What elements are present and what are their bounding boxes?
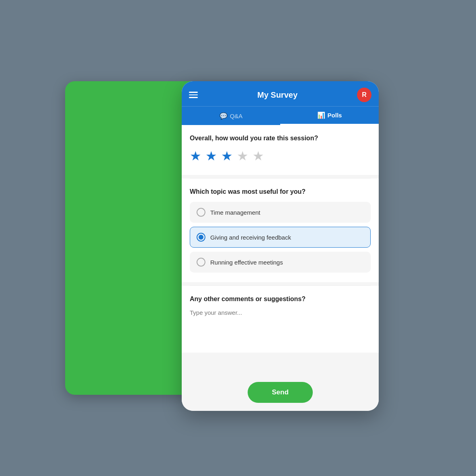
radio-circle-meetings xyxy=(197,258,205,267)
option-meetings-label: Running effective meetings xyxy=(210,259,283,266)
poll-section-comments: Any other comments or suggestions? xyxy=(182,286,379,353)
polls-icon: 📊 xyxy=(317,111,325,119)
app-header: My Survey R 💬 Q&A 📊 Polls xyxy=(182,81,379,125)
star-2[interactable]: ★ xyxy=(205,148,217,164)
radio-dot-feedback xyxy=(199,235,203,240)
app-body: Overall, how would you rate this session… xyxy=(182,125,379,374)
rating-question: Overall, how would you rate this session… xyxy=(190,135,371,142)
hamburger-icon[interactable] xyxy=(189,92,198,98)
option-feedback-label: Giving and receiving feedback xyxy=(210,234,291,241)
send-area: Send xyxy=(182,374,379,411)
comments-question: Any other comments or suggestions? xyxy=(190,295,371,303)
topic-question: Which topic was most useful for you? xyxy=(190,188,371,195)
send-button[interactable]: Send xyxy=(248,382,313,403)
star-5[interactable]: ★ xyxy=(252,148,264,164)
option-time-label: Time management xyxy=(210,209,261,216)
star-1[interactable]: ★ xyxy=(190,148,201,164)
tab-polls[interactable]: 📊 Polls xyxy=(280,107,379,125)
app-tabs: 💬 Q&A 📊 Polls xyxy=(182,106,379,125)
option-feedback[interactable]: Giving and receiving feedback xyxy=(190,227,371,248)
comments-input[interactable] xyxy=(190,309,371,341)
qa-icon: 💬 xyxy=(220,112,228,120)
option-time-management[interactable]: Time management xyxy=(190,202,371,223)
poll-section-rating: Overall, how would you rate this session… xyxy=(182,125,379,175)
app-title: My Survey xyxy=(257,90,298,100)
star-rating[interactable]: ★ ★ ★ ★ ★ xyxy=(190,148,371,164)
scene: Active poll Join at slido.com #MySurvey … xyxy=(57,57,419,419)
poll-section-topic: Which topic was most useful for you? Tim… xyxy=(182,178,379,282)
star-4[interactable]: ★ xyxy=(237,148,248,164)
radio-circle-time xyxy=(197,208,205,217)
radio-options: Time management Giving and receiving fee… xyxy=(190,202,371,273)
avatar[interactable]: R xyxy=(357,88,371,102)
tab-qa-label: Q&A xyxy=(230,113,243,119)
star-3[interactable]: ★ xyxy=(221,148,233,164)
option-meetings[interactable]: Running effective meetings xyxy=(190,252,371,273)
phone-card: My Survey R 💬 Q&A 📊 Polls Overall, how w… xyxy=(182,81,379,411)
app-header-top: My Survey R xyxy=(182,81,379,106)
radio-circle-feedback xyxy=(197,233,205,242)
tab-polls-label: Polls xyxy=(328,112,342,119)
tab-qa[interactable]: 💬 Q&A xyxy=(182,107,280,125)
